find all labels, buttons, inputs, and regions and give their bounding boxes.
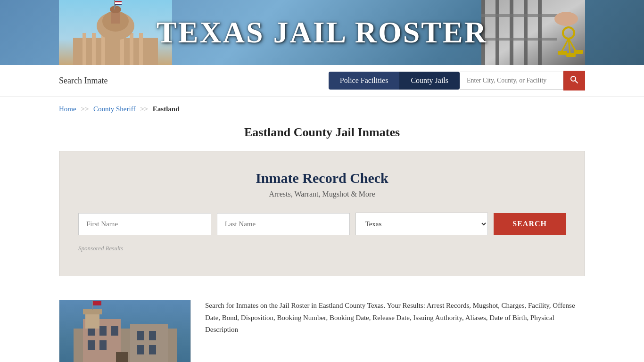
search-form-row: AlabamaAlaskaArizonaArkansas CaliforniaC… — [78, 213, 566, 235]
svg-rect-53 — [93, 301, 101, 305]
first-name-input[interactable] — [78, 213, 211, 235]
svg-rect-5 — [101, 33, 105, 65]
breadcrumb: Home >> County Sheriff >> Eastland — [0, 97, 644, 117]
svg-rect-31 — [566, 53, 576, 57]
facility-search-input[interactable] — [460, 72, 563, 90]
county-jails-button[interactable]: County Jails — [399, 72, 460, 90]
capitol-image — [59, 0, 172, 65]
svg-rect-43 — [88, 340, 95, 350]
nav-right: Police Facilities County Jails — [329, 71, 585, 90]
svg-rect-21 — [510, 0, 513, 65]
svg-rect-44 — [99, 340, 107, 350]
police-facilities-button[interactable]: Police Facilities — [329, 72, 400, 90]
svg-rect-33 — [574, 50, 583, 54]
svg-rect-41 — [99, 326, 107, 336]
svg-rect-29 — [558, 51, 567, 55]
svg-rect-25 — [481, 38, 557, 41]
svg-rect-50 — [85, 312, 99, 329]
inmate-search-title: Inmate Record Check — [78, 170, 566, 186]
inmate-search-button[interactable]: SEARCH — [494, 213, 566, 235]
svg-rect-47 — [137, 345, 144, 354]
svg-rect-4 — [92, 33, 96, 65]
last-name-input[interactable] — [217, 213, 350, 235]
keys-image — [481, 0, 585, 65]
svg-rect-14 — [114, 0, 115, 9]
svg-rect-23 — [538, 0, 542, 65]
county-jail-image — [59, 300, 191, 362]
svg-point-26 — [554, 12, 578, 26]
svg-rect-39 — [130, 324, 168, 362]
svg-rect-17 — [115, 4, 122, 5]
svg-line-35 — [575, 81, 578, 83]
svg-rect-48 — [149, 345, 156, 354]
bottom-description: Search for Inmates on the Jail Roster in… — [205, 300, 585, 336]
svg-rect-46 — [149, 331, 156, 340]
search-inmate-label: Search Inmate — [59, 76, 107, 86]
svg-rect-20 — [495, 0, 499, 65]
svg-rect-24 — [481, 14, 557, 17]
svg-rect-16 — [115, 2, 122, 4]
search-icon — [570, 75, 578, 84]
sponsored-label: Sponsored Results — [78, 245, 566, 252]
state-select[interactable]: AlabamaAlaskaArizonaArkansas CaliforniaC… — [355, 213, 488, 235]
nav-bar: Search Inmate Police Facilities County J… — [0, 65, 644, 97]
svg-rect-8 — [139, 33, 143, 65]
bottom-section: Search for Inmates on the Jail Roster in… — [0, 290, 644, 362]
breadcrumb-sep2: >> — [140, 105, 148, 113]
breadcrumb-sep1: >> — [81, 105, 89, 113]
banner-title: Texas Jail Roster — [157, 15, 487, 50]
svg-rect-22 — [524, 0, 528, 65]
svg-rect-42 — [111, 326, 118, 336]
page-title: Eastland County Jail Inmates — [0, 117, 644, 151]
breadcrumb-county-sheriff[interactable]: County Sheriff — [93, 105, 135, 113]
inmate-search-section: Inmate Record Check Arrests, Warrant, Mu… — [59, 151, 585, 276]
breadcrumb-home[interactable]: Home — [59, 105, 76, 113]
facility-search-button[interactable] — [563, 71, 585, 90]
breadcrumb-current: Eastland — [153, 105, 180, 113]
svg-rect-45 — [137, 331, 144, 340]
svg-rect-7 — [130, 33, 133, 65]
header-banner: Texas Jail Roster — [0, 0, 644, 65]
svg-rect-3 — [83, 33, 86, 65]
svg-rect-49 — [116, 352, 128, 362]
inmate-search-subtitle: Arrests, Warrant, Mugshot & More — [78, 190, 566, 198]
